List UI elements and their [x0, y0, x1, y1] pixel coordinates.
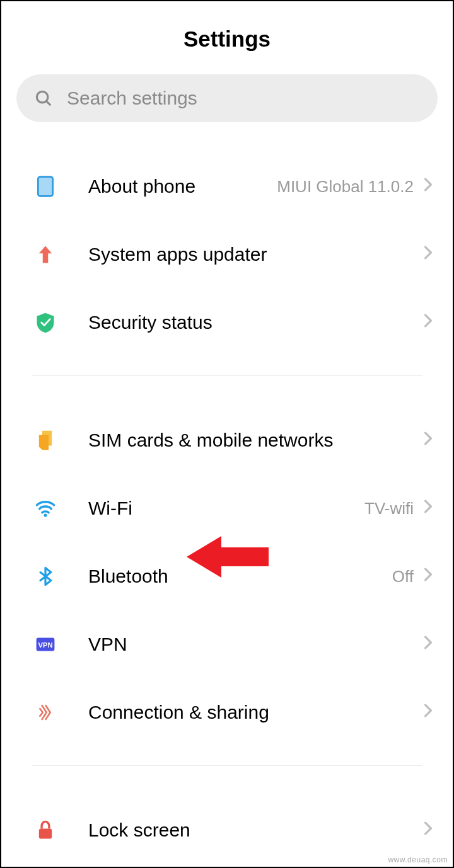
group-divider [32, 375, 422, 376]
settings-group-1: About phone MIUI Global 11.0.2 System ap… [1, 152, 453, 357]
row-vpn[interactable]: VPN VPN [1, 610, 453, 678]
row-label: Lock screen [88, 819, 424, 841]
search-icon [34, 89, 53, 108]
sim-icon [32, 426, 59, 454]
row-system-apps-updater[interactable]: System apps updater [1, 220, 453, 288]
search-input[interactable]: Search settings [16, 74, 438, 122]
svg-text:VPN: VPN [38, 641, 52, 649]
chevron-right-icon [424, 431, 436, 449]
row-sim-cards[interactable]: SIM cards & mobile networks [1, 406, 453, 474]
row-wifi[interactable]: Wi-Fi TV-wifi [1, 474, 453, 542]
phone-icon [32, 173, 59, 200]
search-placeholder: Search settings [67, 88, 197, 109]
chevron-right-icon [424, 568, 436, 585]
row-label: System apps updater [88, 244, 424, 265]
chevron-right-icon [424, 704, 436, 721]
chevron-right-icon [424, 821, 436, 839]
lock-icon [32, 816, 59, 844]
row-connection-sharing[interactable]: Connection & sharing [1, 678, 453, 746]
row-bluetooth[interactable]: Bluetooth Off [1, 542, 453, 610]
update-icon [32, 241, 59, 268]
chevron-right-icon [424, 500, 436, 517]
group-divider [32, 765, 422, 766]
row-about-phone[interactable]: About phone MIUI Global 11.0.2 [1, 152, 453, 220]
svg-line-1 [46, 101, 50, 105]
row-label: Wi-Fi [88, 498, 364, 519]
vpn-icon: VPN [32, 631, 59, 658]
wifi-icon [32, 494, 59, 522]
row-security-status[interactable]: Security status [1, 288, 453, 357]
row-value: Off [392, 567, 414, 586]
row-value: MIUI Global 11.0.2 [277, 177, 414, 197]
bluetooth-icon [32, 562, 59, 590]
page-title: Settings [1, 1, 453, 74]
svg-point-0 [37, 91, 48, 103]
svg-rect-2 [38, 177, 52, 197]
row-label: About phone [88, 176, 277, 197]
row-label: Bluetooth [88, 566, 392, 587]
chevron-right-icon [424, 178, 436, 195]
row-label: Security status [88, 312, 424, 333]
settings-group-3: Lock screen [1, 796, 453, 864]
chevron-right-icon [424, 314, 436, 331]
share-icon [32, 699, 59, 726]
row-label: VPN [88, 634, 424, 655]
watermark-text: www.deuaq.com [388, 855, 448, 864]
svg-point-3 [44, 514, 47, 517]
row-value: TV-wifi [364, 499, 414, 518]
settings-group-2: SIM cards & mobile networks Wi-Fi TV-wif… [1, 406, 453, 746]
chevron-right-icon [424, 636, 436, 653]
svg-rect-6 [39, 828, 52, 838]
row-label: SIM cards & mobile networks [88, 430, 424, 451]
shield-icon [32, 309, 59, 336]
chevron-right-icon [424, 246, 436, 263]
row-label: Connection & sharing [88, 702, 424, 723]
row-lock-screen[interactable]: Lock screen [1, 796, 453, 864]
